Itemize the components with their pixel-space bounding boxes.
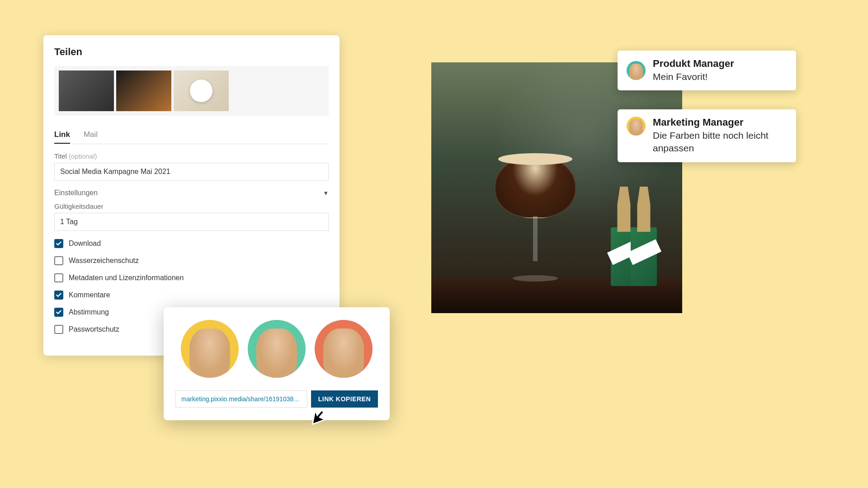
tab-link[interactable]: Link xyxy=(54,127,70,144)
share-tabs: Link Mail xyxy=(54,127,329,144)
checkbox-watermark[interactable]: Wasserzeichenschutz xyxy=(54,256,329,265)
checkbox-metadata[interactable]: Metadaten und Lizenzinformationen xyxy=(54,273,329,282)
comment-author: Produkt Manager xyxy=(653,58,734,70)
checkbox-icon xyxy=(54,256,63,265)
title-input[interactable] xyxy=(54,163,329,181)
thumbnail-strip xyxy=(54,66,329,116)
product-preview-image[interactable] xyxy=(431,62,682,313)
comment-card[interactable]: Produkt Manager Mein Favorit! xyxy=(618,51,796,90)
checkbox-icon xyxy=(54,291,63,300)
comment-card[interactable]: Marketing Manager Die Farben bitte noch … xyxy=(618,109,796,162)
checkbox-icon xyxy=(54,308,63,317)
validity-input[interactable] xyxy=(54,213,329,231)
avatar[interactable] xyxy=(315,320,373,378)
share-dialog-title: Teilen xyxy=(54,46,329,58)
checkbox-download[interactable]: Download xyxy=(54,239,329,248)
thumbnail-item[interactable] xyxy=(174,70,229,111)
avatar[interactable] xyxy=(181,320,239,378)
copy-link-button[interactable]: LINK KOPIEREN xyxy=(311,390,378,408)
link-share-popup: LINK KOPIEREN xyxy=(164,307,390,420)
thumbnail-item[interactable] xyxy=(59,70,114,111)
settings-toggle[interactable]: Einstellungen ▼ xyxy=(54,189,329,197)
avatar xyxy=(627,61,646,80)
avatar[interactable] xyxy=(248,320,306,378)
checkbox-icon xyxy=(54,239,63,248)
validity-label: Gültigkeitsdauer xyxy=(54,202,329,210)
comment-text: Mein Favorit! xyxy=(653,70,734,83)
title-field-label: Titel (optional) xyxy=(54,152,329,160)
shared-with-avatars xyxy=(175,320,378,378)
share-url-input[interactable] xyxy=(175,390,307,408)
caret-down-icon: ▼ xyxy=(323,190,329,197)
thumbnail-item[interactable] xyxy=(116,70,171,111)
comment-text: Die Farben bitte noch leicht anpassen xyxy=(653,129,787,155)
avatar xyxy=(627,117,646,136)
tab-mail[interactable]: Mail xyxy=(84,127,98,144)
comment-author: Marketing Manager xyxy=(653,117,787,128)
link-row: LINK KOPIEREN xyxy=(175,390,378,408)
checkbox-icon xyxy=(54,325,63,334)
checkbox-icon xyxy=(54,273,63,282)
checkbox-comments[interactable]: Kommentare xyxy=(54,291,329,300)
